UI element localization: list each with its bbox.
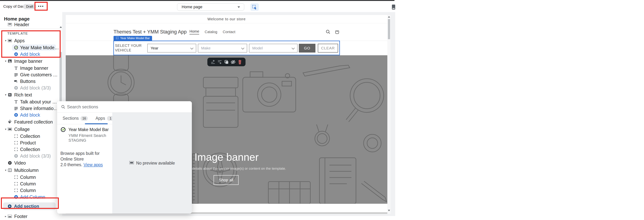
ymm-app-logo-icon (60, 127, 66, 143)
sidebar-item-collection[interactable]: Collection (0, 146, 59, 153)
delete-trash-icon[interactable] (237, 59, 242, 65)
sidebar-item-image-banner[interactable]: ▾Image banner (0, 57, 59, 65)
shop-all-button[interactable]: Shop all (214, 175, 238, 185)
chevron-down-icon[interactable]: ▾ (4, 169, 8, 172)
no-preview-label: No preview available (136, 161, 175, 166)
scroll-up-arrow-icon[interactable] (60, 26, 62, 28)
make-select[interactable]: Make (198, 44, 247, 53)
sidebar-item-column[interactable]: Column (0, 180, 59, 187)
select-value: Make (201, 44, 210, 52)
nav-link-contact[interactable]: Contact (223, 30, 235, 34)
sidebar-item-label: Collage (14, 127, 30, 132)
hide-eye-icon[interactable] (230, 59, 236, 65)
sidebar-item-label: Column (20, 181, 36, 186)
browse-apps-text: Browse apps built for Online Store 2.0 t… (60, 151, 110, 168)
sidebar-item-give-customers-details-abo[interactable]: Give customers details abo… (0, 71, 59, 78)
plus-blue-icon (14, 113, 18, 117)
sidebar-item-add-block-3-3[interactable]: Add block (3/3) (0, 84, 59, 91)
chevron-down-icon[interactable]: ▾ (4, 128, 8, 131)
sidebar-item-label: Add block (3/3) (20, 153, 51, 159)
sidebar-item-label: Column (20, 175, 36, 180)
page-selector-dropdown[interactable]: Home page (177, 3, 244, 11)
sidebar-item-product[interactable]: Product (0, 140, 59, 146)
chevron-down-icon (238, 7, 240, 8)
sidebar-item-collection[interactable]: Collection (0, 133, 59, 140)
sidebar-item-buttons[interactable]: Buttons (0, 78, 59, 84)
move-up-icon[interactable] (210, 59, 216, 65)
sidebar-item-header[interactable]: Header (0, 21, 59, 28)
sidebar-item-label: Product (20, 140, 36, 146)
nav-link-home[interactable]: Home (190, 29, 199, 34)
sidebar-item-column[interactable]: Column (0, 174, 59, 180)
duplicate-icon[interactable] (224, 59, 229, 65)
sidebar-item-share-information-about-y[interactable]: Share information about y… (0, 105, 59, 112)
model-select[interactable]: Model (249, 44, 298, 53)
ymm-app-section-selected[interactable]: SELECT YOUR VEHICLE YearMakeModel GO CLE… (113, 41, 340, 55)
chevron-right-icon[interactable]: ▸ (4, 215, 8, 218)
sidebar-item-label: Image banner (20, 66, 48, 71)
plus-gray-icon (14, 86, 18, 90)
storefront-nav: HomeCatalogContact (190, 23, 235, 41)
brackets-icon (14, 134, 18, 138)
section-toolbar (207, 58, 246, 66)
rich-text-icon (8, 93, 12, 97)
popup-search-row[interactable] (57, 101, 192, 113)
sidebar-item-featured-collection[interactable]: Featured collection (0, 118, 59, 126)
sidebar-item-label: Image banner (14, 59, 42, 64)
sidebar-item-rich-text[interactable]: ▾Rich text (0, 91, 59, 98)
clear-button[interactable]: CLEAR (318, 44, 338, 53)
search-icon[interactable] (325, 29, 331, 35)
cart-icon[interactable] (334, 29, 340, 35)
tab-apps[interactable]: Apps1 (96, 116, 114, 121)
section-picker-button[interactable] (250, 3, 259, 11)
nav-link-catalog[interactable]: Catalog (205, 30, 217, 34)
go-button[interactable]: GO (299, 44, 316, 53)
sidebar-item-label: Collection (20, 134, 40, 139)
search-sections-input[interactable] (67, 103, 140, 111)
scroll-down-arrow-icon[interactable] (388, 210, 390, 211)
page-selector-value: Home page (182, 4, 202, 11)
sidebar-item-label: Video (14, 160, 26, 166)
sidebar-item-label: Multicolumn (14, 168, 38, 173)
sidebar-item-talk-about-your-brand[interactable]: Talk about your brand (0, 98, 59, 105)
app-block-badge[interactable]: Year Make Model Bar (114, 36, 152, 41)
sidebar-item-image-banner[interactable]: Image banner (0, 65, 59, 71)
chevron-down-icon[interactable]: ▾ (4, 59, 8, 63)
sidebar-item-label: Rich text (14, 92, 32, 97)
sidebar-item-column[interactable]: Column (0, 187, 59, 194)
sidebar-item-multicolumn[interactable]: ▾Multicolumn (0, 167, 59, 174)
announcement-bar[interactable]: Welcome to our store (66, 15, 387, 23)
image-icon (8, 59, 12, 63)
paragraph-icon (14, 106, 18, 111)
sidebar-item-footer[interactable]: ▸Footer (0, 213, 59, 220)
tab-count-badge: 16 (80, 116, 88, 121)
scroll-up-arrow-icon[interactable] (388, 16, 390, 18)
preview-scrollbar[interactable] (387, 15, 391, 214)
plus-gray-icon (14, 154, 18, 158)
sidebar-item-label: Column (20, 188, 36, 193)
section-dashed-icon (8, 127, 12, 131)
chevron-down-icon[interactable]: ▾ (4, 93, 8, 96)
sidebar-item-add-block[interactable]: Add block (0, 112, 59, 118)
tab-label: Apps (96, 116, 105, 121)
header-dashed-icon (8, 22, 12, 27)
brackets-icon (14, 175, 18, 179)
sidebar-item-video[interactable]: Video (0, 159, 59, 167)
app-block-badge-label: Year Make Model Bar (120, 36, 150, 40)
sidebar-item-collage[interactable]: ▾Collage (0, 126, 59, 133)
select-value: Model (252, 44, 263, 52)
editor-topbar: Copy of Dawn Draft ••• Home page (0, 1, 395, 12)
view-apps-link[interactable]: View apps (84, 162, 103, 167)
brackets-icon (14, 182, 18, 186)
sidebar-item-add-block-3-3[interactable]: Add block (3/3) (0, 153, 59, 159)
add-section-popup: Sections16Apps1 Year Make Model Bar YMM … (57, 101, 192, 213)
select-your-vehicle-label: SELECT YOUR VEHICLE (115, 43, 142, 53)
columns-icon (8, 168, 12, 172)
preview-scrollbar-thumb[interactable] (388, 19, 390, 39)
clipped-header-row: Header (0, 21, 59, 28)
tab-sections[interactable]: Sections16 (62, 116, 88, 121)
move-down-icon[interactable] (217, 59, 222, 65)
year-select[interactable]: Year (147, 44, 196, 53)
app-result-item[interactable]: Year Make Model Bar YMM Fitment Search S… (57, 127, 112, 143)
annotation-box-add-section (1, 197, 59, 209)
